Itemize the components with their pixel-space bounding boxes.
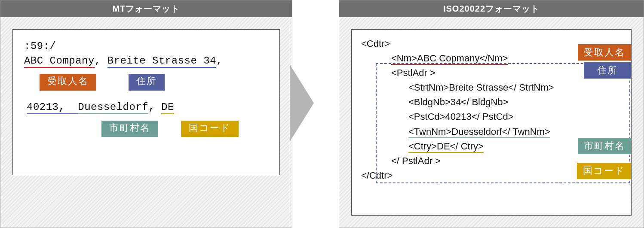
xml-twnnm: <TwnNm>Duesseldorf</ TwnNm> xyxy=(408,125,622,139)
mt-street: Breite Strasse 34 xyxy=(107,55,216,68)
mt-company: ABC Company xyxy=(24,55,95,68)
iso-panel-title: ISO20022フォーマット xyxy=(339,0,644,17)
mt-tags-row-1: 受取人名 住所 xyxy=(40,70,268,91)
iso-format-panel: ISO20022フォーマット 受取人名 住所 市町村名 国コード <Cdtr> … xyxy=(339,0,644,228)
mt-format-panel: MTフォーマット :59:/ ABC Company, Breite Stras… xyxy=(0,0,292,228)
tag-address: 住所 xyxy=(129,74,165,91)
mt-tags-row-2: 市町村名 国コード xyxy=(101,117,268,137)
xml-bldgnb: <BldgNb>34</ BldgNb> xyxy=(408,95,622,109)
iso-content-box: 受取人名 住所 市町村名 国コード <Cdtr> <Nm>ABC Copmany… xyxy=(351,29,632,216)
tag-recipient-name-right: 受取人名 xyxy=(578,44,631,61)
mt-text-block: :59:/ ABC Company, Breite Strasse 34, 受取… xyxy=(24,39,268,137)
xml-strtnm: <StrtNm>Breite Strasse</ StrtNm> xyxy=(408,80,622,95)
mt-postcode: 40213, xyxy=(27,101,78,114)
arrow-right-icon xyxy=(290,64,314,142)
mt-line-1: :59:/ xyxy=(24,39,268,54)
mt-country: DE xyxy=(161,101,174,114)
tag-city-name-right: 市町村名 xyxy=(578,138,631,154)
mt-line-3: 40213, Duesseldorf, DE xyxy=(27,100,268,115)
diagram-stage: MTフォーマット :59:/ ABC Company, Breite Stras… xyxy=(0,0,644,228)
tag-country-code: 国コード xyxy=(181,121,239,137)
mt-content-box: :59:/ ABC Company, Breite Strasse 34, 受取… xyxy=(12,29,280,175)
tag-country-code-right: 国コード xyxy=(577,163,631,179)
mt-city: Duesseldorf xyxy=(78,101,148,114)
mt-line-2: ABC Company, Breite Strasse 34, xyxy=(24,54,268,68)
tag-city-name: 市町村名 xyxy=(101,121,158,137)
mt-panel-body: :59:/ ABC Company, Breite Strasse 34, 受取… xyxy=(0,17,292,228)
xml-pstcd: <PstCd>40213</ PstCd> xyxy=(408,109,622,124)
tag-address-right: 住所 xyxy=(584,62,631,79)
iso-panel-body: 受取人名 住所 市町村名 国コード <Cdtr> <Nm>ABC Copmany… xyxy=(339,17,644,228)
mt-panel-title: MTフォーマット xyxy=(0,0,292,17)
tag-recipient-name: 受取人名 xyxy=(40,74,96,91)
